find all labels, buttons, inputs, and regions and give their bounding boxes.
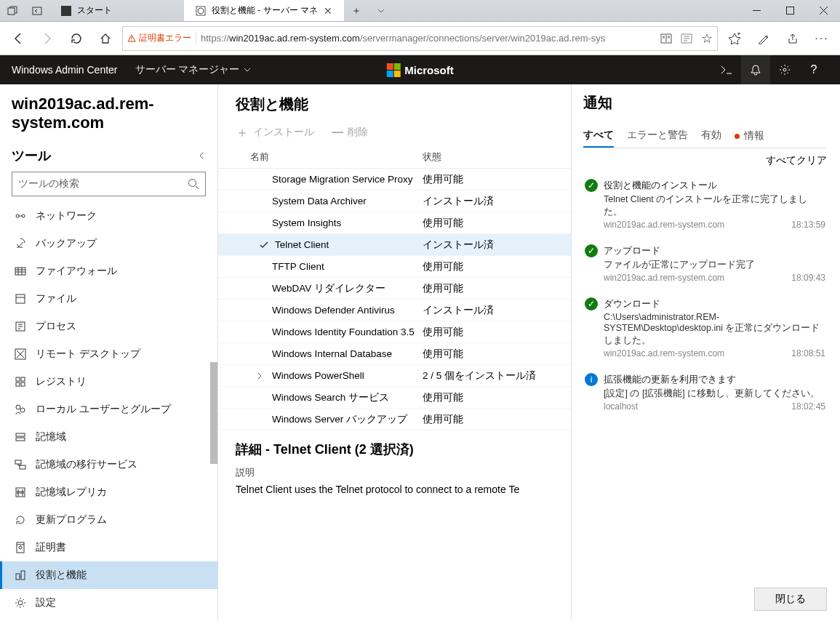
svg-rect-0 <box>8 8 15 15</box>
row-name: TFTP Client <box>250 261 423 272</box>
notification-item[interactable]: ✓アップロードファイルが正常にアップロード完了win2019ac.ad.rem-… <box>583 237 827 290</box>
sidebar-item[interactable]: プロセス <box>0 313 217 340</box>
sidebar-item[interactable]: バックアップ <box>0 230 217 257</box>
table-body[interactable]: Storage Migration Service Proxy使用可能Syste… <box>218 169 571 430</box>
tool-icon <box>14 486 27 498</box>
share-icon[interactable] <box>780 26 805 51</box>
new-tab-button[interactable]: ＋ <box>344 0 369 21</box>
sidebar-item[interactable]: ローカル ユーザーとグループ <box>0 396 217 423</box>
reading-view-icon[interactable] <box>660 33 672 44</box>
check-icon <box>259 240 269 250</box>
row-state: インストール済 <box>423 195 553 208</box>
table-row[interactable]: System Data Archiverインストール済 <box>218 191 571 212</box>
sidebar-item[interactable]: 設定 <box>0 589 217 617</box>
forward-button[interactable] <box>35 26 60 51</box>
notification-time: 18:09:43 <box>791 273 825 283</box>
app-header: Windows Admin Center サーバー マネージャー Microso… <box>0 55 840 84</box>
svg-rect-13 <box>16 295 25 303</box>
table-row[interactable]: Windows PowerShell2 / 5 個をインストール済 <box>218 365 571 387</box>
sidebar-item[interactable]: 証明書 <box>0 534 217 561</box>
tab-enabled[interactable]: 有効 <box>701 124 721 148</box>
settings-icon[interactable] <box>770 55 799 84</box>
help-icon[interactable]: ? <box>799 55 828 84</box>
browser-tab-start[interactable]: スタート <box>49 0 184 21</box>
action-bar: ＋インストール —削除 <box>218 123 571 146</box>
browser-tab-active[interactable]: 役割と機能 - サーバー マネ ✕ <box>184 0 344 21</box>
url-box[interactable]: 証明書エラー https://win2019ac.ad.rem-system.c… <box>122 26 718 51</box>
table-row[interactable]: Windows Search サービス使用可能 <box>218 387 571 409</box>
tabs-button[interactable] <box>0 0 25 21</box>
sidebar-item[interactable]: レジストリ <box>0 368 217 396</box>
set-aside-button[interactable] <box>25 0 49 21</box>
sidebar-item[interactable]: ネットワーク <box>0 202 217 230</box>
tab-all[interactable]: すべて <box>583 124 614 148</box>
back-button[interactable] <box>6 26 31 51</box>
table-row[interactable]: TFTP Client使用可能 <box>218 256 571 278</box>
tab-errors[interactable]: エラーと警告 <box>627 124 688 148</box>
notification-title: アップロード <box>604 244 825 257</box>
tab-info[interactable]: 情報 <box>735 124 764 148</box>
table-row[interactable]: Windows Defender Antivirusインストール済 <box>218 300 571 321</box>
col-name[interactable]: 名前 <box>250 151 423 164</box>
tool-icon <box>14 404 27 415</box>
tools-search[interactable]: ツールの検索 <box>12 172 206 196</box>
favorites-bar-icon[interactable] <box>722 26 747 51</box>
svg-rect-16 <box>16 377 20 381</box>
svg-rect-23 <box>16 438 25 441</box>
clear-all-button[interactable]: すべてクリア <box>583 154 827 167</box>
svg-point-11 <box>22 215 25 217</box>
close-panel-button[interactable]: 閉じる <box>754 588 827 611</box>
sidebar-item[interactable]: ファイル <box>0 285 217 313</box>
minimize-button[interactable] <box>740 0 773 21</box>
notifications-icon[interactable] <box>741 55 770 84</box>
table-row[interactable]: System Insights使用可能 <box>218 212 571 234</box>
cert-error-badge[interactable]: 証明書エラー <box>127 32 196 44</box>
svg-point-29 <box>19 546 22 549</box>
table-row[interactable]: Windows Identity Foundation 3.5使用可能 <box>218 321 571 343</box>
powershell-icon[interactable] <box>712 55 741 84</box>
svg-rect-28 <box>17 542 24 553</box>
notification-message: ファイルが正常にアップロード完了 <box>604 259 825 271</box>
refresh-button[interactable] <box>64 26 89 51</box>
tool-label: 記憶域レプリカ <box>36 486 107 499</box>
tab-title: 役割と機能 - サーバー マネ <box>212 4 318 17</box>
tool-label: プロセス <box>36 320 76 333</box>
home-button[interactable] <box>93 26 118 51</box>
collapse-tools-icon[interactable] <box>197 151 206 160</box>
table-row[interactable]: WebDAV リダイレクター使用可能 <box>218 278 571 300</box>
sidebar-item[interactable]: リモート デスクトップ <box>0 340 217 368</box>
table-row[interactable]: Telnet Clientインストール済 <box>218 234 571 256</box>
sidebar-item[interactable]: 記憶域レプリカ <box>0 478 217 506</box>
notification-item[interactable]: i拡張機能の更新を利用できます[設定] の [拡張機能] に移動し、更新してくだ… <box>583 366 827 419</box>
remove-button: —削除 <box>332 126 368 139</box>
context-dropdown[interactable]: サーバー マネージャー <box>135 63 252 76</box>
reading-list-icon[interactable] <box>681 33 692 44</box>
tool-icon <box>14 348 27 360</box>
tab-overflow-button[interactable] <box>369 0 393 21</box>
sidebar-item[interactable]: 記憶域の移行サービス <box>0 451 217 478</box>
row-name: Windows Defender Antivirus <box>250 305 423 316</box>
sidebar-item[interactable]: 記憶域 <box>0 423 217 451</box>
chevron-right-icon[interactable] <box>253 372 266 380</box>
close-window-button[interactable] <box>807 0 840 21</box>
microsoft-logo: Microsoft <box>386 63 454 77</box>
favorite-icon[interactable]: ☆ <box>701 31 713 47</box>
scrollbar-thumb[interactable] <box>210 362 217 464</box>
tools-list[interactable]: ネットワークバックアップファイアウォールファイルプロセスリモート デスクトップレ… <box>0 202 217 621</box>
col-state[interactable]: 状態 <box>423 151 553 164</box>
sidebar-item[interactable]: ファイアウォール <box>0 257 217 285</box>
more-icon[interactable]: ··· <box>809 26 834 51</box>
sidebar-item[interactable]: 役割と機能 <box>0 561 217 589</box>
notifications-panel: 通知 すべて エラーと警告 有効 情報 すべてクリア ✓役割と機能のインストール… <box>571 84 840 621</box>
close-tab-icon[interactable]: ✕ <box>324 5 332 17</box>
notification-item[interactable]: ✓ダウンロードC:\Users\administrator.REM-SYSTEM… <box>583 290 827 366</box>
table-row[interactable]: Windows Server バックアップ使用可能 <box>218 409 571 430</box>
row-state: 使用可能 <box>423 391 553 404</box>
table-row[interactable]: Windows Internal Database使用可能 <box>218 343 571 365</box>
table-row[interactable]: Storage Migration Service Proxy使用可能 <box>218 169 571 191</box>
notification-item[interactable]: ✓役割と機能のインストールTelnet Client のインストールを正常に完了… <box>583 172 827 237</box>
tool-label: ネットワーク <box>36 209 97 223</box>
maximize-button[interactable] <box>773 0 807 21</box>
notes-icon[interactable] <box>751 26 776 51</box>
sidebar-item[interactable]: 更新プログラム <box>0 506 217 534</box>
